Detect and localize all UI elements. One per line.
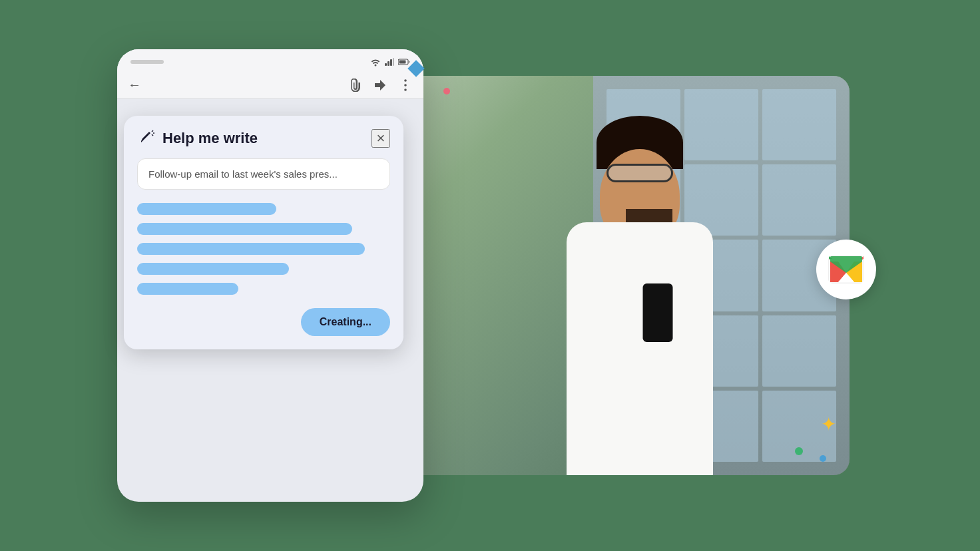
- decorative-star: ✦: [821, 413, 836, 435]
- window: [762, 89, 836, 160]
- wifi-icon: [370, 57, 381, 67]
- loading-bar-1: [137, 203, 276, 215]
- svg-rect-2: [390, 59, 392, 66]
- loading-bar-5: [137, 283, 238, 295]
- send-icon[interactable]: [373, 78, 387, 92]
- decorative-dot-blue: [820, 455, 826, 462]
- battery-icon: [398, 59, 410, 65]
- svg-line-9: [152, 130, 153, 132]
- prompt-input-field[interactable]: Follow-up email to last week's sales pre…: [137, 158, 390, 190]
- loading-bars-container: [137, 203, 390, 295]
- main-scene: ←: [91, 36, 889, 515]
- email-actions: [348, 78, 413, 92]
- loading-bar-3: [137, 243, 365, 255]
- person-phone: [643, 283, 673, 342]
- gmail-badge: [816, 240, 876, 299]
- loading-bar-2: [137, 223, 352, 235]
- title-row: Help me write: [137, 129, 258, 148]
- person-shirt: [567, 222, 713, 475]
- svg-rect-1: [387, 61, 389, 66]
- close-button[interactable]: ×: [371, 129, 390, 148]
- gmail-logo: [828, 255, 865, 284]
- person-figure: [523, 108, 756, 475]
- person-glasses: [607, 164, 673, 182]
- help-me-write-dialog: Help me write × Follow-up email to last …: [124, 116, 403, 349]
- svg-line-11: [152, 134, 153, 136]
- svg-rect-3: [393, 58, 394, 66]
- dialog-header: Help me write ×: [137, 129, 390, 148]
- sparkle-icon: [137, 129, 156, 148]
- status-pill: [130, 60, 164, 64]
- back-button[interactable]: ←: [128, 77, 141, 92]
- more-icon[interactable]: [398, 78, 413, 92]
- signal-icon: [385, 58, 394, 66]
- svg-rect-5: [399, 61, 406, 64]
- svg-point-8: [404, 89, 407, 91]
- window: [762, 164, 836, 236]
- svg-point-6: [404, 79, 407, 82]
- attach-icon[interactable]: [348, 78, 362, 92]
- dialog-title: Help me write: [162, 130, 258, 147]
- window: [762, 315, 836, 387]
- decorative-dot-green: [795, 447, 803, 455]
- phone-status-bar: [117, 49, 423, 72]
- svg-rect-0: [385, 63, 387, 66]
- creating-button[interactable]: Creating...: [301, 308, 390, 336]
- status-icons: [370, 57, 410, 67]
- creating-button-container: Creating...: [137, 308, 390, 336]
- decorative-dot-pink: [443, 88, 450, 94]
- loading-bar-4: [137, 263, 289, 275]
- email-app-bar: ←: [117, 72, 423, 98]
- svg-point-7: [404, 84, 407, 87]
- photo-card: [383, 76, 850, 475]
